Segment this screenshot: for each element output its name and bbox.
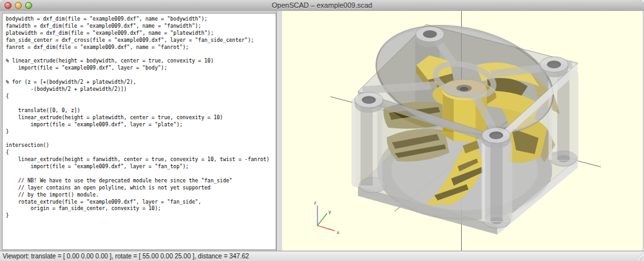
title-bar[interactable]: OpenSCAD – example009.scad <box>0 0 644 12</box>
main-content: bodywidth = dxf_dim(file = "example009.d… <box>0 11 644 251</box>
screw-boss-north <box>416 26 444 47</box>
status-bar: Viewport: translate = [ 0.00 0.00 0.00 ]… <box>0 251 644 261</box>
x-axis-label: x <box>337 229 340 235</box>
fan-model <box>352 11 578 235</box>
y-axis-label: y <box>328 209 332 215</box>
y-axis-icon <box>317 213 327 226</box>
x-axis-icon <box>317 226 335 231</box>
screw-boss-east <box>540 57 568 77</box>
code-editor[interactable]: bodywidth = dxf_dim(file = "example009.d… <box>2 13 276 250</box>
viewport-3d[interactable]: z y x <box>282 11 643 251</box>
openscad-window: OpenSCAD – example009.scad bodywidth = d… <box>0 0 644 261</box>
screw-boss-west <box>355 92 383 113</box>
case-pillar-south <box>481 142 512 222</box>
axis-indicator: z y x <box>314 200 340 235</box>
resize-grip[interactable] <box>636 253 643 260</box>
viewport-status-text: Viewport: translate = [ 0.00 0.00 0.00 ]… <box>3 253 249 260</box>
window-title: OpenSCAD – example009.scad <box>0 0 644 11</box>
z-axis-label: z <box>314 200 317 206</box>
screw-boss-south <box>482 128 510 148</box>
scad-source-code[interactable]: bodywidth = dxf_dim(file = "example009.d… <box>3 14 276 220</box>
render-canvas[interactable]: z y x <box>282 11 643 251</box>
